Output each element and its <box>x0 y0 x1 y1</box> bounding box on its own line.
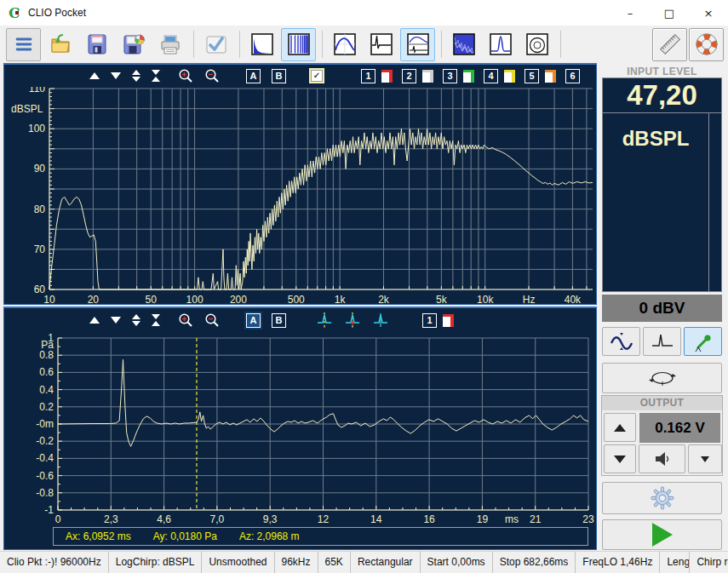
impulse-response-view-button[interactable] <box>364 28 398 61</box>
loop-icon <box>647 369 678 387</box>
expand-scale-icon[interactable] <box>132 70 140 82</box>
curve-a-button[interactable]: A <box>246 313 261 328</box>
polar-view-button[interactable] <box>519 28 554 61</box>
marker-delta-icon[interactable] <box>372 312 389 329</box>
print-button[interactable] <box>152 28 187 61</box>
minimize-button[interactable]: – <box>610 0 650 26</box>
memory-slot-1-button[interactable]: 1 <box>361 69 375 83</box>
toolbar-separator <box>193 31 194 58</box>
svg-text:100: 100 <box>186 294 203 305</box>
svg-text:90: 90 <box>34 163 46 175</box>
apply-button[interactable] <box>198 28 233 61</box>
menu-button[interactable] <box>6 28 41 61</box>
marker-ay-value: Ay: 0,0180 Pa <box>153 530 217 542</box>
memory-page-2-icon[interactable] <box>422 70 433 83</box>
save-as-button[interactable] <box>116 28 151 61</box>
input-level-unit: dBSPL <box>603 127 708 151</box>
menu-icon <box>13 33 35 55</box>
svg-text:ms: ms <box>505 513 519 525</box>
main-toolbar <box>0 26 728 63</box>
chirp-icon <box>287 32 311 56</box>
memory-page-1-icon[interactable] <box>443 314 454 327</box>
output-level-display: 0.162 V <box>639 413 720 443</box>
svg-text:Hz: Hz <box>523 294 536 305</box>
settings-button[interactable] <box>602 482 722 514</box>
memory-page-1-icon[interactable] <box>381 70 393 83</box>
svg-text:-0.2: -0.2 <box>36 435 54 447</box>
curve-visibility-checkbox[interactable]: ✓ <box>309 68 324 83</box>
autorange-loop-button[interactable] <box>602 363 722 393</box>
dropdown-arrow-icon <box>701 456 709 462</box>
fft-analyzer-button[interactable] <box>244 28 279 61</box>
save-button[interactable] <box>79 28 114 61</box>
zoom-out-icon[interactable] <box>204 68 220 83</box>
zoom-in-icon[interactable] <box>178 68 193 83</box>
impulse-response-panel: A B 1 02,34,67,09,312141619ms212310.80.6… <box>3 307 597 550</box>
marker-b-icon[interactable] <box>344 312 361 329</box>
shift-down-icon[interactable] <box>111 317 121 324</box>
svg-text:21: 21 <box>530 513 542 525</box>
memory-slot-5-button[interactable]: 5 <box>525 69 539 83</box>
ir-graph-toolbar: A B 1 <box>4 308 596 332</box>
shift-up-icon[interactable] <box>89 72 100 79</box>
start-measurement-button[interactable] <box>602 519 722 550</box>
shift-up-icon[interactable] <box>89 317 100 324</box>
clio-pocket-window: C CLIO Pocket – □ × <box>0 0 728 573</box>
compress-scale-icon[interactable] <box>152 314 160 326</box>
memory-page-3-icon[interactable] <box>463 70 474 83</box>
marker-a-icon[interactable] <box>316 312 333 329</box>
impulse-response-chart[interactable]: 02,34,67,09,312141619ms212310.80.60.40.2… <box>4 332 596 527</box>
svg-text:23: 23 <box>582 513 594 525</box>
shift-down-icon[interactable] <box>111 72 121 79</box>
svg-text:0.4: 0.4 <box>39 384 54 396</box>
expand-scale-icon[interactable] <box>132 314 140 326</box>
play-icon <box>652 523 673 547</box>
open-button[interactable] <box>43 28 77 61</box>
output-options-dropdown[interactable] <box>688 444 722 473</box>
impulse-monitor-button[interactable] <box>643 327 681 356</box>
maximize-button[interactable]: □ <box>650 0 689 26</box>
up-arrow-icon <box>614 424 626 432</box>
memory-page-4-icon[interactable] <box>504 70 515 83</box>
fft-icon <box>250 32 274 56</box>
microphone-icon <box>692 330 714 352</box>
marker-az-value: Az: 2,0968 m <box>239 530 300 542</box>
clio-logo-icon: C <box>8 5 23 20</box>
zoom-out-icon[interactable] <box>204 312 220 328</box>
logchirp-analyzer-button[interactable] <box>281 28 316 61</box>
toolbar-separator <box>322 31 323 58</box>
close-button[interactable]: × <box>689 0 728 26</box>
svg-text:500: 500 <box>288 294 305 305</box>
curve-b-button[interactable]: B <box>272 69 286 83</box>
svg-text:4,6: 4,6 <box>157 513 171 525</box>
memory-page-5-icon[interactable] <box>545 70 556 83</box>
memory-slot-4-button[interactable]: 4 <box>484 69 498 83</box>
waterfall-view-button[interactable] <box>446 28 481 61</box>
svg-text:100: 100 <box>28 123 45 135</box>
combined-view-button[interactable] <box>400 28 435 61</box>
window-title: CLIO Pocket <box>28 7 86 19</box>
output-down-button[interactable] <box>604 444 636 473</box>
memory-slot-1-button[interactable]: 1 <box>422 313 437 328</box>
output-up-button[interactable] <box>604 413 636 442</box>
mute-button[interactable] <box>639 444 685 473</box>
status-ready: Chirp ready <box>690 552 728 573</box>
curve-a-button[interactable]: A <box>246 69 261 83</box>
signal-monitor-button[interactable] <box>602 327 640 356</box>
svg-text:2k: 2k <box>378 294 390 305</box>
compress-scale-icon[interactable] <box>152 70 160 82</box>
memory-slot-2-button[interactable]: 2 <box>402 69 416 83</box>
frequency-response-view-button[interactable] <box>327 28 362 61</box>
svg-text:14: 14 <box>370 513 382 525</box>
memory-slot-6-button[interactable]: 6 <box>565 69 580 83</box>
memory-slot-3-button[interactable]: 3 <box>443 69 457 83</box>
resonance-view-button[interactable] <box>483 28 518 61</box>
svg-text:19: 19 <box>477 513 489 525</box>
zoom-in-icon[interactable] <box>178 312 193 328</box>
frequency-response-chart[interactable]: 1020501002005001k2k5k10kHz40k11010090807… <box>4 87 596 305</box>
help-button[interactable] <box>689 28 724 61</box>
curve-b-button[interactable]: B <box>272 313 286 328</box>
svg-text:200: 200 <box>230 294 247 305</box>
microphone-input-button[interactable] <box>684 327 722 356</box>
ruler-button[interactable] <box>652 28 687 61</box>
